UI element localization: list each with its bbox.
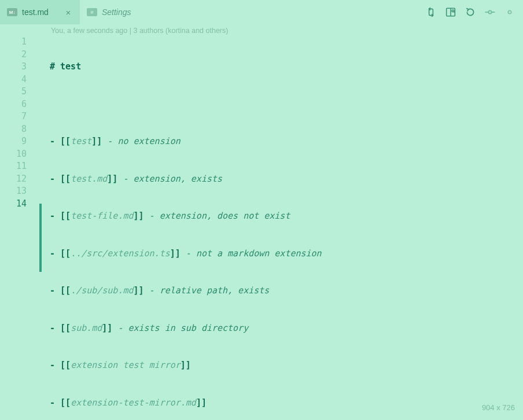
editor-toolbar <box>426 7 517 17</box>
tab-label: Settings <box>102 8 131 17</box>
line-number: 5 <box>0 86 27 98</box>
line-number: 4 <box>0 73 27 86</box>
line-number-gutter: 1 2 3 4 5 6 7 8 9 10 11 12 13 14 <box>0 36 36 420</box>
open-preview-side-icon[interactable] <box>445 7 456 17</box>
svg-point-2 <box>452 10 454 12</box>
bullet-line: - [[./sub/sub.md]] - relative path, exis… <box>50 285 510 297</box>
tab-label: test.md <box>22 8 49 17</box>
bullet-line: - [[test-file.md]] - extension, does not… <box>50 210 510 223</box>
code-content[interactable]: # test - [[test]] - no extension - [[tes… <box>36 36 510 420</box>
line-number: 3 <box>0 61 27 73</box>
bullet-line: - [[test.md]] - extension, exists <box>50 173 510 186</box>
line-number: 2 <box>0 49 27 61</box>
close-icon[interactable]: × <box>64 8 73 17</box>
tabs: M↓ test.md × ≡ Settings <box>0 0 426 24</box>
bullet-line: - [[extension test mirror]] <box>50 359 510 372</box>
bullet-line: - [[test]] - no extension <box>50 135 510 148</box>
commit-icon-2[interactable] <box>504 7 515 17</box>
heading-text: # test <box>50 61 81 72</box>
svg-point-4 <box>488 10 491 13</box>
svg-line-3 <box>454 12 454 12</box>
line-number: 7 <box>0 110 27 123</box>
tab-bar: M↓ test.md × ≡ Settings <box>0 0 523 24</box>
bullet-line: - [[../src/extension.ts]] - not a markdo… <box>50 248 510 260</box>
line-number: 8 <box>0 123 27 136</box>
markdown-file-icon: M↓ <box>7 8 17 16</box>
tab-test-md[interactable]: M↓ test.md × <box>0 0 80 24</box>
bullet-line: - [[extension-test-mirror.md]] <box>50 397 510 410</box>
bullet-line: - [[sub.md]] - exists in sub directory <box>50 322 510 335</box>
line-number: 14 <box>0 198 27 211</box>
tab-settings[interactable]: ≡ Settings <box>80 0 138 24</box>
svg-point-7 <box>508 10 511 13</box>
line-number: 1 <box>0 36 27 49</box>
commit-icon[interactable] <box>485 7 495 17</box>
line-number: 12 <box>0 173 27 186</box>
line-number: 6 <box>0 98 27 111</box>
revert-icon[interactable] <box>465 7 476 17</box>
compare-changes-icon[interactable] <box>426 7 436 17</box>
line-number: 9 <box>0 135 27 148</box>
line-number: 10 <box>0 148 27 161</box>
blame-annotation: You, a few seconds ago | 3 authors (kort… <box>0 25 523 36</box>
line-number: 13 <box>0 185 27 198</box>
editor[interactable]: 1 2 3 4 5 6 7 8 9 10 11 12 13 14 # test … <box>0 36 523 420</box>
settings-file-icon: ≡ <box>87 8 97 16</box>
dimensions-label: 523 x 420 <box>482 403 515 412</box>
line-number: 11 <box>0 160 27 173</box>
